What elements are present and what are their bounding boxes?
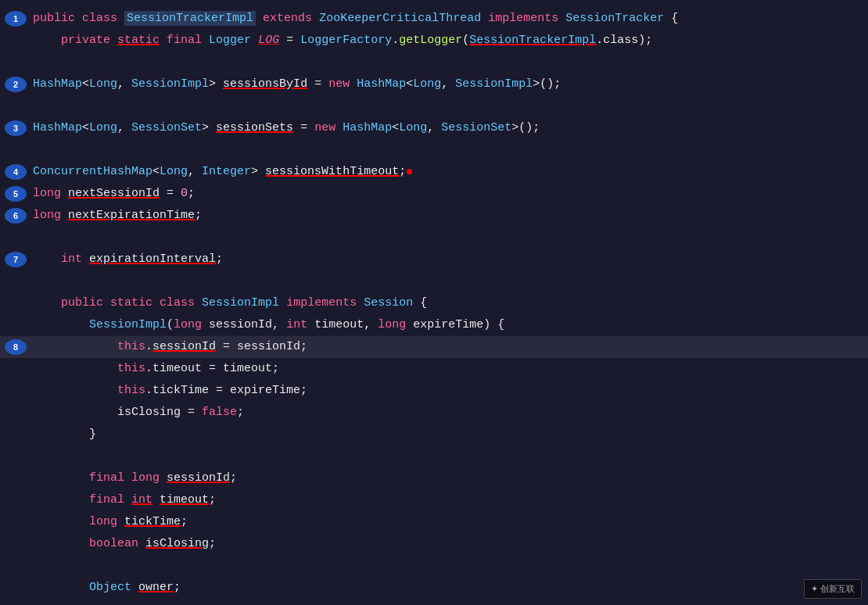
code-content-4: HashMap<Long, SessionSet> sessionSets = … <box>33 118 868 138</box>
code-content-ftimeout: final int timeout; <box>33 490 868 510</box>
code-content-1: public class SessionTrackerImpl extends … <box>33 9 868 29</box>
code-line-2: 1 private static final Logger LOG = Logg… <box>0 30 868 52</box>
code-line-9: 8 this.sessionId = sessionId; <box>0 336 868 358</box>
code-line-3: 2 HashMap<Long, SessionImpl> sessionsByI… <box>0 73 868 95</box>
code-content-isclosing: isClosing = false; <box>33 403 868 423</box>
code-content-timeout: this.timeout = timeout; <box>33 359 868 379</box>
line-badge-6: 5 <box>5 186 27 202</box>
line-badge-5: 4 <box>5 164 27 180</box>
code-content-7: long nextExpirationTime; <box>33 206 868 226</box>
code-editor: 1 public class SessionTrackerImpl extend… <box>0 0 868 605</box>
code-line-boolclosing: x boolean isClosing; <box>0 533 868 555</box>
code-line-1: 1 public class SessionTrackerImpl extend… <box>0 8 868 30</box>
code-content-empty7 <box>33 556 868 576</box>
code-content-fsessionid: final long sessionId; <box>33 468 868 489</box>
code-line-empty2: x <box>0 95 868 117</box>
line-badge-7: 6 <box>5 208 27 224</box>
line-badge-1: 1 <box>5 11 27 27</box>
code-content-5: ConcurrentHashMap<Long, Integer> session… <box>33 162 868 182</box>
code-line-empty5: x <box>0 270 868 292</box>
code-line-empty7: x <box>0 555 868 577</box>
line-badge-8: 7 <box>5 252 27 267</box>
line-badge-9: 8 <box>5 339 27 355</box>
brand-icon: ✦ <box>811 584 818 593</box>
line-badge-3: 2 <box>5 77 27 92</box>
code-content-9: this.sessionId = sessionId; <box>33 337 868 357</box>
code-content-constructor: SessionImpl(long sessionId, int timeout,… <box>33 315 868 335</box>
code-content-3: HashMap<Long, SessionImpl> sessionsById … <box>33 74 868 95</box>
line-badge-4: 3 <box>5 120 27 136</box>
code-line-class: x public static class SessionImpl implem… <box>0 292 868 314</box>
code-content-closebrace1: } <box>33 424 868 445</box>
code-line-empty3: x <box>0 139 868 161</box>
code-content-empty3 <box>33 140 868 160</box>
brand-badge: ✦ 创新互联 <box>804 579 862 599</box>
code-line-empty4: x <box>0 227 868 249</box>
code-line-ticktime: x this.tickTime = expireTime; <box>0 380 868 402</box>
code-line-4: 3 HashMap<Long, SessionSet> sessionSets … <box>0 117 868 139</box>
code-content-empty4 <box>33 227 868 248</box>
code-line-owner: x Object owner; <box>0 577 868 599</box>
code-content-empty5 <box>33 271 868 292</box>
code-line-empty6: x <box>0 446 868 467</box>
code-content-2: private static final Logger LOG = Logger… <box>33 30 868 51</box>
code-content-empty6 <box>33 446 868 467</box>
code-line-empty8: x <box>0 599 868 605</box>
code-line-5: 4 ConcurrentHashMap<Long, Integer> sessi… <box>0 161 868 183</box>
code-content-8: int expirationInterval; <box>33 249 868 270</box>
code-content-ticktime2: long tickTime; <box>33 512 868 532</box>
code-line-ftimeout: x final int timeout; <box>0 489 868 511</box>
code-line-closebrace1: x } <box>0 424 868 446</box>
code-line-fsessionid: x final long sessionId; <box>0 467 868 489</box>
code-line-constructor: x SessionImpl(long sessionId, int timeou… <box>0 314 868 336</box>
code-content-6: long nextSessionId = 0; <box>33 184 868 204</box>
code-line-timeout: x this.timeout = timeout; <box>0 358 868 380</box>
code-line-ticktime2: x long tickTime; <box>0 511 868 533</box>
code-content-empty1 <box>33 52 868 73</box>
code-line-7: 6 long nextExpirationTime; <box>0 205 868 227</box>
code-content-empty8 <box>33 600 868 605</box>
code-content-class: public static class SessionImpl implemen… <box>33 293 868 313</box>
code-content-ticktime: this.tickTime = expireTime; <box>33 381 868 401</box>
code-content-boolclosing: boolean isClosing; <box>33 534 868 554</box>
code-content-owner: Object owner; <box>33 578 868 598</box>
code-content-empty2 <box>33 96 868 116</box>
code-line-6: 5 long nextSessionId = 0; <box>0 183 868 205</box>
code-line-8: 7 int expirationInterval; <box>0 249 868 270</box>
code-line-isclosing: x isClosing = false; <box>0 402 868 424</box>
code-line-empty1: x <box>0 52 868 73</box>
